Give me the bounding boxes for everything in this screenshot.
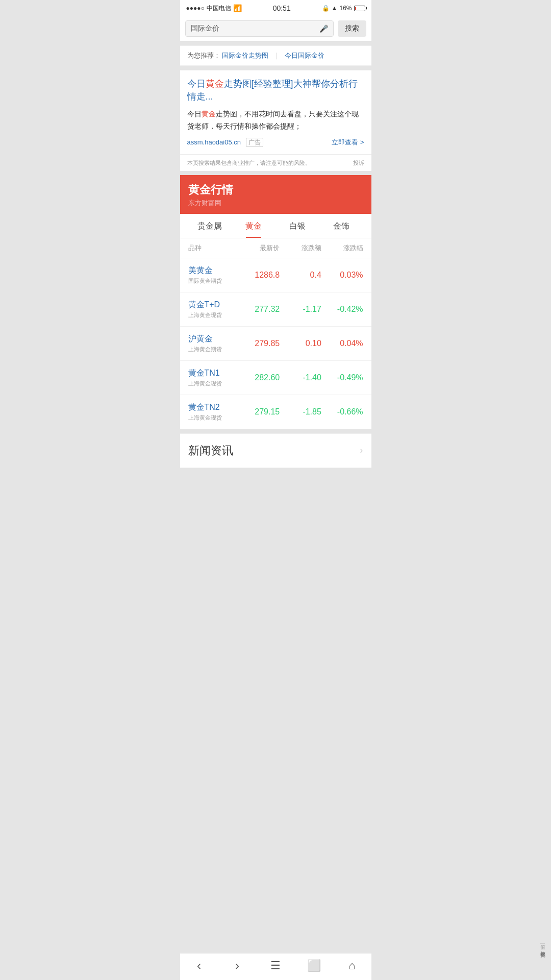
- ad-link[interactable]: 立即查看 >: [332, 138, 364, 147]
- ad-title[interactable]: 今日黄金走势图[经验整理]大神帮你分析行情走...: [187, 78, 364, 103]
- row-main-name-1: 黄金T+D: [188, 300, 238, 310]
- row-sub-name-1: 上海黄金现货: [188, 311, 238, 319]
- recommend-separator: ｜: [273, 52, 280, 59]
- disclaimer-bar: 本页搜索结果包含商业推广，请注意可能的风险。 投诉: [180, 155, 371, 171]
- carrier-name: 中国电信: [207, 4, 231, 13]
- table-row[interactable]: 黄金T+D 上海黄金现货 277.32 -1.17 -0.42%: [180, 292, 371, 327]
- recommend-bar: 为您推荐： 国际金价走势图 ｜ 今日国际金价: [180, 45, 371, 66]
- tab-silver[interactable]: 白银: [276, 214, 319, 238]
- tab-precious-metals[interactable]: 贵金属: [188, 214, 232, 238]
- row-sub-name-4: 上海黄金现货: [188, 414, 238, 422]
- row-pct-3: -0.49%: [321, 373, 363, 382]
- ad-footer: assm.haodai05.cn 广告 立即查看 >: [187, 138, 364, 147]
- row-change-1: -1.17: [280, 305, 321, 314]
- battery-pct: 16%: [339, 5, 352, 12]
- row-main-name-3: 黄金TN1: [188, 368, 238, 379]
- battery-fill: [355, 7, 357, 10]
- row-price-3: 282.60: [238, 373, 280, 382]
- row-pct-1: -0.42%: [321, 305, 363, 314]
- gold-section: 黄金行情 东方财富网 贵金属 黄金 白银 金饰 品种 最新价 涨跌额 涨跌幅 美…: [180, 175, 371, 429]
- row-sub-name-3: 上海黄金现货: [188, 380, 238, 387]
- ad-title-prefix: 今日: [187, 79, 206, 89]
- search-text: 国际金价: [191, 24, 316, 33]
- row-pct-2: 0.04%: [321, 339, 363, 348]
- ad-title-highlight: 黄金: [206, 79, 224, 89]
- lock-icon: 🔒: [322, 5, 330, 12]
- table-row[interactable]: 美黄金 国际黄金期货 1286.8 0.4 0.03%: [180, 258, 371, 292]
- row-main-name-4: 黄金TN2: [188, 402, 238, 413]
- row-change-0: 0.4: [280, 271, 321, 280]
- recommend-label: 为您推荐：: [187, 52, 220, 59]
- row-sub-name-2: 上海黄金期货: [188, 346, 238, 353]
- row-price-0: 1286.8: [238, 271, 280, 280]
- gold-header-title: 黄金行情: [188, 182, 363, 198]
- row-sub-name-0: 国际黄金期货: [188, 277, 238, 285]
- row-price-1: 277.32: [238, 305, 280, 314]
- recommend-link-2[interactable]: 今日国际金价: [285, 52, 324, 59]
- tab-jewelry[interactable]: 金饰: [319, 214, 363, 238]
- row-pct-0: 0.03%: [321, 271, 363, 280]
- ad-url-area: assm.haodai05.cn 广告: [187, 138, 263, 147]
- row-name-1: 黄金T+D 上海黄金现货: [188, 300, 238, 319]
- status-bar: ●●●●○ 中国电信 📶 00:51 🔒 ▲ 16%: [180, 0, 371, 16]
- tab-gold[interactable]: 黄金: [232, 214, 276, 238]
- complain-button[interactable]: 投诉: [353, 159, 364, 167]
- table-row[interactable]: 黄金TN2 上海黄金现货 279.15 -1.85 -0.66%: [180, 395, 371, 429]
- news-arrow: ›: [360, 445, 363, 456]
- row-main-name-2: 沪黄金: [188, 334, 238, 345]
- search-bar: 国际金价 🎤 搜索: [180, 16, 371, 41]
- status-time: 00:51: [273, 4, 291, 12]
- search-button[interactable]: 搜索: [338, 20, 366, 37]
- header-col4: 涨跌幅: [321, 243, 363, 253]
- status-right: 🔒 ▲ 16%: [322, 5, 365, 12]
- ad-desc-highlight: 黄金: [202, 110, 216, 118]
- ad-desc: 今日黄金走势图，不用花时间去看盘，只要关注这个现货老师，每天行情和操作都会提醒；: [187, 108, 364, 133]
- table-row[interactable]: 沪黄金 上海黄金期货 279.85 0.10 0.04%: [180, 327, 371, 361]
- header-col1: 品种: [188, 243, 238, 253]
- gold-header: 黄金行情 东方财富网: [180, 175, 371, 214]
- row-name-3: 黄金TN1 上海黄金现货: [188, 368, 238, 387]
- ad-card: 今日黄金走势图[经验整理]大神帮你分析行情走... 今日黄金走势图，不用花时间去…: [180, 70, 371, 155]
- row-price-4: 279.15: [238, 407, 280, 416]
- header-col3: 涨跌额: [280, 243, 321, 253]
- location-icon: ▲: [332, 5, 338, 12]
- market-table: 品种 最新价 涨跌额 涨跌幅 美黄金 国际黄金期货 1286.8 0.4 0.0…: [180, 238, 371, 429]
- recommend-link-1[interactable]: 国际金价走势图: [222, 52, 268, 59]
- row-name-2: 沪黄金 上海黄金期货: [188, 334, 238, 353]
- news-section[interactable]: 新闻资讯 ›: [180, 433, 371, 468]
- table-row[interactable]: 黄金TN1 上海黄金现货 282.60 -1.40 -0.49%: [180, 361, 371, 395]
- ad-tag: 广告: [246, 138, 263, 147]
- search-input-container[interactable]: 国际金价 🎤: [185, 20, 334, 37]
- mic-icon[interactable]: 🎤: [319, 24, 328, 33]
- battery-icon: [354, 6, 365, 11]
- row-name-0: 美黄金 国际黄金期货: [188, 265, 238, 285]
- signal-dots: ●●●●○: [186, 5, 205, 12]
- row-main-name-0: 美黄金: [188, 265, 238, 276]
- table-header: 品种 最新价 涨跌额 涨跌幅: [180, 238, 371, 258]
- row-change-2: 0.10: [280, 339, 321, 348]
- row-pct-4: -0.66%: [321, 407, 363, 416]
- disclaimer-text: 本页搜索结果包含商业推广，请注意可能的风险。: [187, 159, 311, 167]
- gold-header-sub: 东方财富网: [188, 199, 363, 208]
- news-title: 新闻资讯: [188, 443, 233, 458]
- table-rows: 美黄金 国际黄金期货 1286.8 0.4 0.03% 黄金T+D 上海黄金现货…: [180, 258, 371, 429]
- ad-desc-1: 今日: [187, 110, 202, 118]
- market-tabs: 贵金属 黄金 白银 金饰: [180, 214, 371, 238]
- header-col2: 最新价: [238, 243, 280, 253]
- wifi-icon: 📶: [233, 4, 242, 12]
- row-name-4: 黄金TN2 上海黄金现货: [188, 402, 238, 422]
- ad-url: assm.haodai05.cn: [187, 138, 241, 146]
- status-left: ●●●●○ 中国电信 📶: [186, 4, 242, 13]
- row-change-4: -1.85: [280, 407, 321, 416]
- row-price-2: 279.85: [238, 339, 280, 348]
- row-change-3: -1.40: [280, 373, 321, 382]
